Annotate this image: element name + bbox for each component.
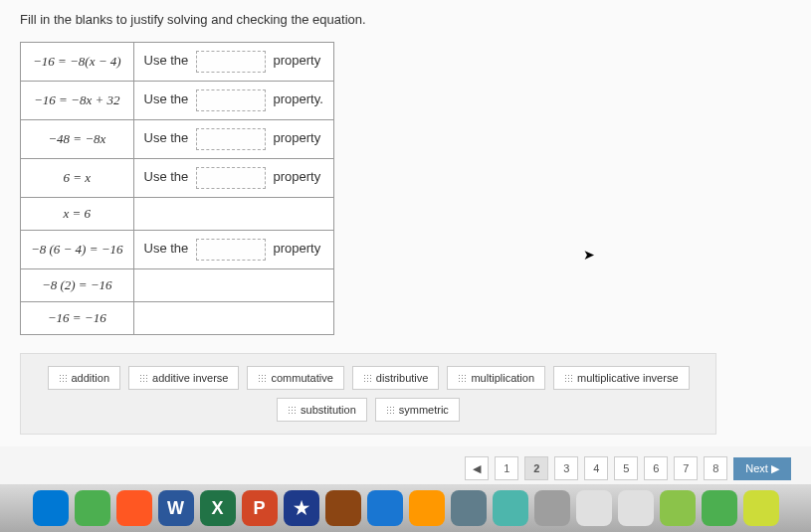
word-tile-multiplicative-inverse[interactable]: multiplicative inverse (553, 366, 689, 390)
dock-app-icon[interactable] (534, 490, 570, 526)
action-cell (133, 302, 333, 335)
word-tile-label: commutative (271, 372, 332, 384)
dock-app-icon[interactable] (33, 490, 69, 526)
use-the-label: Use the (144, 241, 192, 256)
dock-app-icon[interactable] (116, 490, 152, 526)
instruction-text: Fill in the blanks to justify solving an… (20, 12, 791, 27)
word-tile-label: substitution (301, 404, 356, 416)
page-5-button[interactable]: 5 (614, 456, 638, 480)
use-the-label: Use the (144, 53, 192, 68)
macos-dock: WXP★ (0, 484, 811, 532)
page-1-button[interactable]: 1 (495, 456, 518, 480)
drag-handle-icon (363, 374, 371, 382)
dock-app-icon[interactable] (367, 490, 403, 526)
dock-app-icon[interactable] (493, 490, 528, 526)
action-cell: Use the property (133, 159, 333, 198)
equation-cell: 6 = x (21, 159, 134, 198)
action-cell (133, 198, 333, 231)
drag-handle-icon (386, 406, 394, 414)
drag-handle-icon (458, 374, 466, 382)
word-tile-symmetric[interactable]: symmetric (375, 398, 460, 422)
use-the-label: Use the (144, 130, 192, 145)
word-tile-label: distributive (376, 372, 429, 384)
drag-handle-icon (564, 374, 572, 382)
page-6-button[interactable]: 6 (644, 456, 668, 480)
dock-app-icon[interactable] (75, 490, 110, 526)
dock-app-icon[interactable]: P (242, 490, 278, 526)
word-tile-label: additive inverse (152, 372, 228, 384)
equation-table: −16 = −8(x − 4)Use the property−16 = −8x… (20, 42, 334, 335)
drag-handle-icon (258, 374, 266, 382)
equation-cell: x = 6 (21, 198, 134, 231)
page-7-button[interactable]: 7 (674, 456, 698, 480)
dock-app-icon[interactable] (576, 490, 612, 526)
property-label: property (270, 130, 320, 145)
word-tile-addition[interactable]: addition (48, 366, 121, 390)
drag-handle-icon (288, 406, 296, 414)
action-cell: Use the property. (133, 82, 333, 120)
word-tile-distributive[interactable]: distributive (352, 366, 440, 390)
drag-handle-icon (139, 374, 147, 382)
word-tile-label: addition (72, 372, 110, 384)
drag-handle-icon (59, 374, 67, 382)
dock-app-icon[interactable] (325, 490, 361, 526)
property-label: property (270, 169, 320, 184)
page-2-button[interactable]: 2 (524, 456, 548, 480)
word-tile-label: multiplication (471, 372, 534, 384)
dock-app-icon[interactable]: X (200, 490, 236, 526)
equation-cell: −8 (6 − 4) = −16 (21, 231, 134, 269)
property-label: property. (270, 91, 323, 106)
equation-cell: −16 = −16 (21, 302, 134, 335)
property-drop-zone[interactable] (196, 239, 266, 261)
property-label: property (270, 53, 320, 68)
equation-cell: −16 = −8(x − 4) (21, 43, 134, 82)
action-cell: Use the property (133, 120, 333, 159)
use-the-label: Use the (144, 91, 192, 106)
page-8-button[interactable]: 8 (704, 456, 727, 480)
dock-app-icon[interactable]: W (158, 490, 194, 526)
equation-cell: −16 = −8x + 32 (21, 82, 134, 120)
word-tile-additive-inverse[interactable]: additive inverse (128, 366, 239, 390)
dock-app-icon[interactable] (409, 490, 445, 526)
action-cell (133, 269, 333, 302)
property-drop-zone[interactable] (196, 167, 266, 189)
next-page-button[interactable]: Next ▶ (733, 457, 791, 480)
page-4-button[interactable]: 4 (584, 456, 608, 480)
word-tile-substitution[interactable]: substitution (277, 398, 367, 422)
equation-cell: −8 (2) = −16 (21, 269, 134, 302)
page-3-button[interactable]: 3 (554, 456, 578, 480)
action-cell: Use the property (133, 43, 333, 82)
dock-app-icon[interactable] (451, 490, 487, 526)
dock-app-icon[interactable] (702, 490, 737, 526)
action-cell: Use the property (133, 231, 333, 269)
word-tile-commutative[interactable]: commutative (247, 366, 343, 390)
dock-app-icon[interactable]: ★ (284, 490, 319, 526)
equation-cell: −48 = −8x (21, 120, 134, 159)
use-the-label: Use the (144, 169, 192, 184)
dock-app-icon[interactable] (618, 490, 654, 526)
property-drop-zone[interactable] (196, 128, 266, 150)
word-tile-label: multiplicative inverse (577, 372, 678, 384)
prev-page-button[interactable]: ◀ (465, 456, 489, 480)
word-tile-multiplication[interactable]: multiplication (447, 366, 545, 390)
property-drop-zone[interactable] (196, 89, 266, 111)
word-bank: additionadditive inversecommutativedistr… (20, 353, 716, 435)
property-label: property (270, 241, 320, 256)
property-drop-zone[interactable] (196, 51, 266, 73)
dock-app-icon[interactable] (660, 490, 696, 526)
word-tile-label: symmetric (399, 404, 449, 416)
dock-app-icon[interactable] (743, 490, 779, 526)
